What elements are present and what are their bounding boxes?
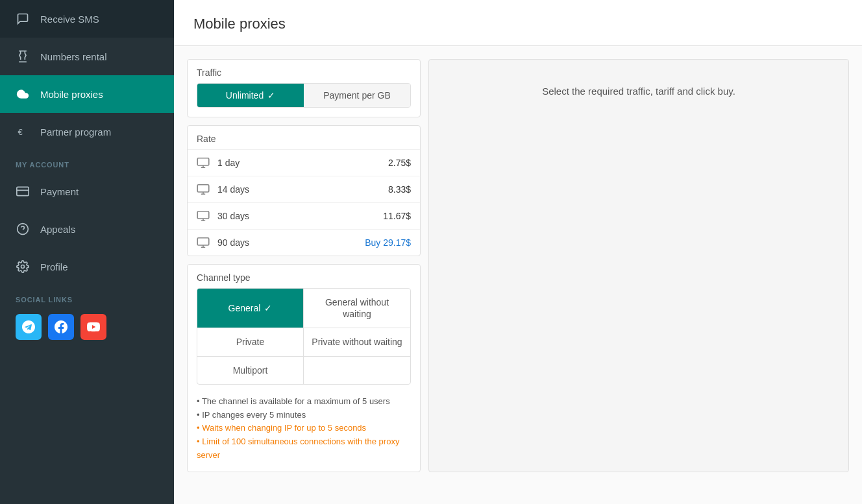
sidebar: Receive SMS Numbers rental Mobile proxie… xyxy=(0,0,174,504)
check-icon: ✓ xyxy=(264,302,272,314)
sidebar-label: Payment xyxy=(40,186,79,197)
sidebar-label: Receive SMS xyxy=(40,14,99,25)
channel-card: Channel type General ✓ General without w… xyxy=(187,264,421,472)
sidebar-item-appeals[interactable]: Appeals xyxy=(0,210,174,248)
euro-icon: € xyxy=(16,125,30,139)
rate-row-1day[interactable]: 1 day 2.75$ xyxy=(188,149,420,176)
rate-card: Rate 1 day 2.75$ 14 days 8.33$ xyxy=(187,125,421,256)
channel-general[interactable]: General ✓ xyxy=(197,289,304,328)
channel-label: General without waiting xyxy=(310,296,404,320)
monitor-icon xyxy=(197,211,211,221)
sidebar-label: Profile xyxy=(40,261,68,272)
sidebar-label: Mobile proxies xyxy=(40,89,103,100)
payment-per-gb-button[interactable]: Payment per GB xyxy=(304,84,410,107)
svg-point-5 xyxy=(21,265,25,269)
my-account-label: MY ACCOUNT xyxy=(0,150,174,173)
svg-rect-12 xyxy=(197,211,209,219)
gear-icon xyxy=(16,259,30,274)
channel-label: Private without waiting xyxy=(312,336,402,348)
channel-general-without-waiting[interactable]: General without waiting xyxy=(304,289,410,328)
sidebar-label: Numbers rental xyxy=(40,51,107,62)
chat-icon xyxy=(16,12,30,26)
rate-label: 14 days xyxy=(217,184,388,195)
channel-grid: General ✓ General without waiting Privat… xyxy=(197,288,411,385)
rate-price: 8.33$ xyxy=(388,184,411,195)
channel-multiport[interactable]: Multiport xyxy=(197,357,304,384)
channel-label: Private xyxy=(236,336,265,348)
svg-rect-1 xyxy=(17,187,29,195)
youtube-button[interactable] xyxy=(80,314,106,340)
sidebar-item-partner-program[interactable]: € Partner program xyxy=(0,113,174,150)
info-line-1: • The channel is available for a maximum… xyxy=(197,395,411,409)
svg-rect-15 xyxy=(197,238,209,245)
rate-label: 30 days xyxy=(217,211,383,221)
monitor-icon xyxy=(197,184,211,195)
social-links-container xyxy=(0,307,174,353)
traffic-card: Traffic Unlimited ✓ Payment per GB xyxy=(187,59,421,117)
payment-per-gb-label: Payment per GB xyxy=(323,90,391,101)
hourglass-icon xyxy=(16,49,30,64)
rate-label: 90 days xyxy=(217,237,365,248)
sidebar-item-payment[interactable]: Payment xyxy=(0,173,174,210)
rate-row-30days[interactable]: 30 days 11.67$ xyxy=(188,202,420,229)
sidebar-label: Appeals xyxy=(40,224,75,235)
social-links-label: SOCIAL LINKS xyxy=(0,285,174,307)
left-panel: Traffic Unlimited ✓ Payment per GB Rate xyxy=(187,59,421,472)
page-title: Mobile proxies xyxy=(193,16,843,32)
channel-label: General xyxy=(228,302,261,314)
channel-private[interactable]: Private xyxy=(197,328,304,356)
monitor-icon xyxy=(197,237,211,248)
svg-text:€: € xyxy=(18,127,23,137)
rate-price: 2.75$ xyxy=(388,158,411,168)
sidebar-item-numbers-rental[interactable]: Numbers rental xyxy=(0,38,174,75)
right-panel-text: Select the required traffic, tariff and … xyxy=(542,86,735,97)
channel-label: Multiport xyxy=(233,365,268,376)
sidebar-item-mobile-proxies[interactable]: Mobile proxies xyxy=(0,75,174,113)
cloud-icon xyxy=(16,87,30,101)
monitor-icon xyxy=(197,158,211,168)
sidebar-item-profile[interactable]: Profile xyxy=(0,248,174,285)
payment-icon xyxy=(16,184,30,198)
svg-rect-9 xyxy=(197,185,209,192)
svg-rect-6 xyxy=(197,158,209,165)
rate-label: 1 day xyxy=(217,158,388,168)
rate-row-90days[interactable]: 90 days Buy 29.17$ xyxy=(188,229,420,256)
telegram-button[interactable] xyxy=(16,314,42,340)
unlimited-button[interactable]: Unlimited ✓ xyxy=(197,84,304,107)
question-icon xyxy=(16,222,30,236)
channel-private-without-waiting[interactable]: Private without waiting xyxy=(304,328,410,356)
rate-price: 11.67$ xyxy=(383,211,411,221)
traffic-toggle: Unlimited ✓ Payment per GB xyxy=(197,83,411,108)
facebook-button[interactable] xyxy=(48,314,74,340)
info-line-2: • IP changes every 5 minutes xyxy=(197,409,411,422)
sidebar-label: Partner program xyxy=(40,126,111,138)
right-panel: Select the required traffic, tariff and … xyxy=(428,59,849,472)
unlimited-label: Unlimited xyxy=(226,90,264,101)
rate-row-14days[interactable]: 14 days 8.33$ xyxy=(188,176,420,202)
sidebar-item-receive-sms[interactable]: Receive SMS xyxy=(0,0,174,38)
traffic-title: Traffic xyxy=(188,60,420,83)
info-line-4: • Limit of 100 simultaneous connections … xyxy=(197,435,411,462)
check-icon: ✓ xyxy=(267,90,275,101)
main-content: Mobile proxies Traffic Unlimited ✓ Payme… xyxy=(174,0,862,504)
rate-title: Rate xyxy=(188,126,420,149)
page-header: Mobile proxies xyxy=(174,0,862,46)
buy-link[interactable]: Buy 29.17$ xyxy=(365,237,411,248)
channel-info: • The channel is available for a maximum… xyxy=(188,391,420,472)
channel-title: Channel type xyxy=(188,265,420,288)
content-area: Traffic Unlimited ✓ Payment per GB Rate xyxy=(174,46,862,485)
info-line-3: • Waits when changing IP for up to 5 sec… xyxy=(197,422,411,435)
